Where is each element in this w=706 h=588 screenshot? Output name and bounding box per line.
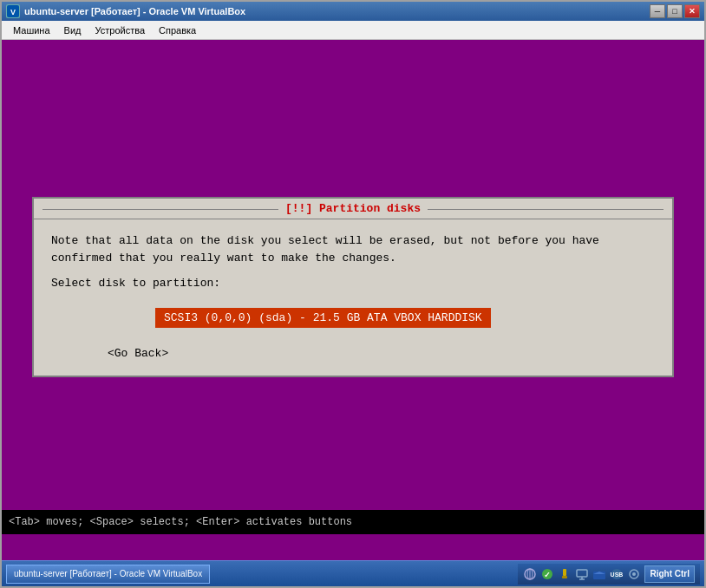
dialog-title-bar: [!!] Partition disks — [34, 199, 672, 219]
right-ctrl-button[interactable]: Right Ctrl — [644, 565, 695, 583]
svg-text:V: V — [10, 8, 16, 16]
dialog-line2: Select disk to partition: — [51, 275, 655, 292]
minimize-button[interactable]: ─ — [650, 4, 665, 18]
title-bar-left: V ubuntu-server [Работает] - Oracle VM V… — [6, 4, 245, 18]
svg-point-16 — [632, 572, 636, 576]
vm-status-bar: <Tab> moves; <Space> selects; <Enter> ac… — [2, 510, 704, 534]
window-title: ubuntu-server [Работает] - Oracle VM Vir… — [24, 6, 245, 16]
dialog-content: Note that all data on the disk you selec… — [34, 219, 672, 376]
network-icon — [523, 567, 537, 581]
dialog-line1: Note that all data on the disk you selec… — [51, 232, 655, 266]
svg-rect-8 — [562, 576, 567, 578]
go-back-button[interactable]: <Go Back> — [103, 345, 655, 363]
taskbar-left: ubuntu-server [Работает] - Oracle VM Vir… — [6, 565, 210, 584]
svg-rect-7 — [563, 569, 566, 576]
network2-icon — [592, 567, 606, 581]
menu-bar: Машина Вид Устройства Справка — [2, 21, 704, 40]
menu-view[interactable]: Вид — [57, 23, 88, 37]
disk-option[interactable]: SCSI3 (0,0,0) (sda) - 21.5 GB ATA VBOX H… — [51, 301, 655, 336]
menu-machine[interactable]: Машина — [6, 23, 57, 37]
display-icon — [575, 567, 589, 581]
title-buttons: ─ □ ✕ — [650, 4, 700, 18]
svg-text:USB: USB — [611, 572, 624, 578]
title-bar: V ubuntu-server [Работает] - Oracle VM V… — [2, 2, 704, 21]
maximize-button[interactable]: □ — [667, 4, 683, 18]
partition-dialog: [!!] Partition disks Note that all data … — [32, 197, 674, 377]
status-text: <Tab> moves; <Space> selects; <Enter> ac… — [9, 516, 352, 528]
vm-content-area: [!!] Partition disks Note that all data … — [2, 40, 704, 560]
taskbar-label: ubuntu-server [Работает] - Oracle VM Vir… — [14, 569, 202, 578]
taskbar-right: ✓ — [518, 564, 700, 585]
taskbar: ubuntu-server [Работает] - Oracle VM Vir… — [2, 560, 704, 586]
vbox-icon: V — [6, 4, 20, 18]
usb2-icon: USB — [610, 567, 624, 581]
svg-text:✓: ✓ — [544, 571, 551, 579]
usb-icon — [558, 567, 572, 581]
security-icon: ✓ — [540, 567, 554, 581]
svg-rect-9 — [577, 570, 587, 577]
settings2-icon — [627, 567, 641, 581]
menu-devices[interactable]: Устройства — [88, 23, 152, 37]
close-button[interactable]: ✕ — [684, 4, 700, 18]
main-window: V ubuntu-server [Работает] - Oracle VM V… — [0, 0, 706, 588]
dialog-title: [!!] Partition disks — [278, 202, 428, 215]
menu-help[interactable]: Справка — [152, 23, 203, 37]
taskbar-task[interactable]: ubuntu-server [Работает] - Oracle VM Vir… — [6, 565, 210, 584]
